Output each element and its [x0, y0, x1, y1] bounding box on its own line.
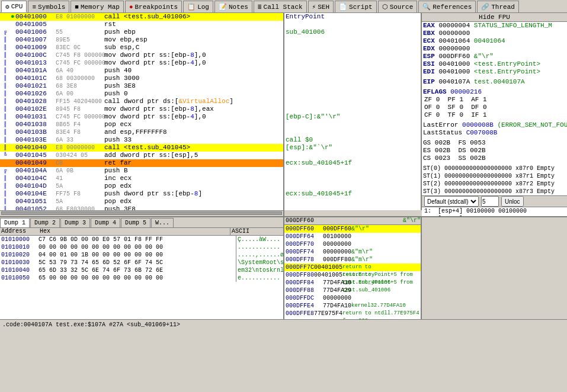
table-row[interactable]: 01010000 C7 C6 9B 0D 00 00 E0 57 01 F8 F…: [0, 236, 283, 243]
table-row[interactable]: 000DFF80 00401005 return to test.EntryPo…: [284, 271, 421, 279]
dump-tab-5[interactable]: Dump 5: [121, 218, 150, 227]
stack-row[interactable]: [284, 105, 421, 113]
stack-row[interactable]: EntryPoint: [284, 13, 421, 21]
unlock-button[interactable]: Unloc: [501, 196, 524, 207]
tab-cpu[interactable]: ⚙ CPU: [1, 1, 27, 12]
reg-scroll[interactable]: EAX 00000004 STATUS_INFO_LENGTH_M EBX 00…: [422, 22, 567, 195]
tab-memory-map[interactable]: ■ Memory Map: [71, 1, 124, 12]
stack-row[interactable]: [284, 98, 421, 105]
stack-row[interactable]: [284, 167, 421, 175]
stack-row[interactable]: [284, 175, 421, 182]
stack-row[interactable]: [284, 128, 421, 136]
table-row[interactable]: ║ 0040102E 8945 F8 mov dword ptr ss:[ebp…: [0, 105, 283, 113]
stack-row[interactable]: [284, 82, 421, 90]
dump-tab-2[interactable]: Dump 2: [30, 218, 60, 227]
table-row[interactable]: ● 00401000 E8 01000000 call <test.sub_40…: [0, 13, 283, 21]
table-row[interactable]: ╔ 00401006 55 push ebp: [0, 28, 283, 36]
disasm-scroll[interactable]: ● 00401000 E8 01000000 call <test.sub_40…: [0, 13, 283, 210]
tab-references[interactable]: 🔍 References: [418, 1, 476, 12]
hide-fpu-button[interactable]: Hide FPU: [422, 13, 567, 22]
stack-row[interactable]: [esp]:&"`\r": [284, 144, 421, 152]
table-row[interactable]: ║ 0040103B 83E4 F8 and esp,FFFFFFF8: [0, 128, 283, 136]
table-row[interactable]: ║ 00401051 5A pop edx: [0, 198, 283, 205]
table-row[interactable]: 000DFF60 000DFF60 &"\r": [284, 225, 421, 233]
stack-row[interactable]: [284, 67, 421, 75]
stack-row[interactable]: [284, 21, 421, 28]
table-row[interactable]: 01010050 65 00 00 00 00 00 00 00 00 00 0…: [0, 274, 283, 282]
stack-row[interactable]: [284, 182, 421, 190]
seh-tab-icon: ⚡: [312, 3, 316, 11]
stack-row[interactable]: [284, 44, 421, 52]
table-row[interactable]: 01010010 00 00 00 00 00 00 00 00 00 00 0…: [0, 243, 283, 251]
table-row[interactable]: ╔ 0040104A 6A 0B push B: [0, 167, 283, 175]
table-row[interactable]: 000DFFDC 00000000: [284, 294, 421, 302]
tab-script[interactable]: 📄 Script: [335, 1, 377, 12]
table-row[interactable]: ║ 00401040 E8 00000000 call <test.sub_40…: [0, 144, 283, 152]
table-row[interactable]: ║ 00401028 FF15 40204000 call dword ptr …: [0, 98, 283, 105]
dump-tab-4[interactable]: Dump 4: [91, 218, 120, 227]
table-row[interactable]: ║ 0040101A 6A 40 push 40: [0, 67, 283, 75]
table-row[interactable]: ║ 0040104D 5A pop edx: [0, 182, 283, 190]
tab-breakpoints[interactable]: ● Breakpoints: [125, 1, 182, 12]
table-row[interactable]: ║ 0040104E FF75 F8 push dword ptr ss:[eb…: [0, 190, 283, 198]
tab-seh[interactable]: ⚡ SEH: [308, 1, 334, 12]
table-row[interactable]: ║ 0040101C 68 00300000 push 3000: [0, 75, 283, 82]
stack-row[interactable]: [284, 90, 421, 98]
table-row[interactable]: ║ 00401021 68 3E8 push 3E8: [0, 82, 283, 90]
stack-row[interactable]: [284, 205, 421, 210]
disasm-scrollbar[interactable]: [0, 210, 283, 215]
table-row[interactable]: 000DFF70 00000000: [284, 240, 421, 248]
table-row[interactable]: ║ 0040103E 6A 33 push 33: [0, 136, 283, 144]
table-row[interactable]: 000DFF78 000DFF80 &"m\r": [284, 256, 421, 264]
table-row[interactable]: ║ 00401013 C745 FC 000000 mov dword ptr …: [0, 59, 283, 67]
table-row[interactable]: ║ 00401007 89E5 mov ebp,esp: [0, 36, 283, 44]
tab-source[interactable]: ⬡ Source: [378, 1, 418, 12]
stack-row[interactable]: sub_401006: [284, 28, 421, 36]
tab-callstack[interactable]: ≣ Call Stack: [254, 1, 307, 12]
stack-row[interactable]: [284, 36, 421, 44]
tab-symbols[interactable]: ≡ Symbols: [28, 1, 69, 12]
stdcall-select[interactable]: Default (stdcall): [424, 196, 479, 207]
stack-row[interactable]: [284, 198, 421, 205]
tab-thread[interactable]: 🔗 Thread: [477, 1, 519, 12]
table-row[interactable]: ║ 0040104C 41 inc ecx: [0, 175, 283, 182]
sv-val: 77D4FA10: [323, 279, 351, 287]
table-row[interactable]: 00401005 rst: [0, 21, 283, 28]
table-row[interactable]: 000DFFE4 77D4FA10 kernel32.77D4FA10: [284, 302, 421, 310]
table-row[interactable]: 000DFF7C 00401005 return to test.EntryPo…: [284, 264, 421, 271]
stack-row[interactable]: ecx:sub_401045+1f: [284, 159, 421, 167]
hex-dump-rows[interactable]: 01010000 C7 C6 9B 0D 00 00 E0 57 01 F8 F…: [0, 236, 283, 319]
table-row[interactable]: 01010020 04 00 01 00 1B 00 00 00 00 00 0…: [0, 251, 283, 259]
table-row[interactable]: ║ 0040100C C745 F8 000000 mov dword ptr …: [0, 52, 283, 59]
table-row[interactable]: ║ 00401009 83EC 0C sub esp,C: [0, 44, 283, 52]
cs-entry-1[interactable]: 1:[esp+4] 00100000 00100000: [422, 207, 567, 215]
table-row[interactable]: ║ 00401031 C745 FC 000000 mov dword ptr …: [0, 113, 283, 121]
dump-tab-1[interactable]: Dump 1: [0, 218, 30, 227]
dump-tab-w[interactable]: W...: [151, 218, 174, 227]
tab-log[interactable]: 📋 Log: [183, 1, 213, 12]
dump-tab-3[interactable]: Dump 3: [60, 218, 90, 227]
table-row[interactable]: 00401049 CB ret far: [0, 159, 283, 167]
stack-row[interactable]: [ebp-C]:&"'\r": [284, 113, 421, 121]
table-row[interactable]: ╚ 00401045 030424 05 add dword ptr ss:[e…: [0, 152, 283, 159]
table-row[interactable]: 000DFF64 00100000: [284, 233, 421, 240]
cs-entry-2[interactable]: 2:[esp+8] 00000000 00000000: [422, 215, 567, 216]
tab-notes[interactable]: 📝 Notes: [214, 1, 252, 12]
stack-row[interactable]: call $0: [284, 136, 421, 144]
table-row[interactable]: ║ 00401026 6A 00 push 0: [0, 90, 283, 98]
stack-row[interactable]: [284, 121, 421, 128]
scrollbar-track[interactable]: [1, 211, 282, 215]
stack-row[interactable]: [284, 75, 421, 82]
table-row[interactable]: ║ 00401052 68 E8030000 push 3E8: [0, 205, 283, 210]
table-row[interactable]: 000DFF74 00000000 &"m\r": [284, 248, 421, 256]
table-row[interactable]: 01010040 65 6D 33 32 5C 6E 74 6F 73 6B 7…: [0, 266, 283, 274]
stack-row[interactable]: [284, 59, 421, 67]
stack-row[interactable]: [284, 152, 421, 159]
stack-values-scroll[interactable]: 000DFF60 000DFF60 &"\r" 000DFF64 0010000…: [284, 225, 421, 319]
table-row[interactable]: 01010030 5C 53 79 73 74 65 6D 52 6F 6F 7…: [0, 259, 283, 266]
table-row[interactable]: 000DFFE8 77E975F4 return to ntdll.77E975…: [284, 310, 421, 317]
table-row[interactable]: ║ 00401038 8B65 F4 pop ecx: [0, 121, 283, 128]
stack-row[interactable]: [284, 52, 421, 59]
stack-row[interactable]: ecx:sub_401045+1f: [284, 190, 421, 198]
stdcall-num-input[interactable]: [481, 196, 499, 207]
